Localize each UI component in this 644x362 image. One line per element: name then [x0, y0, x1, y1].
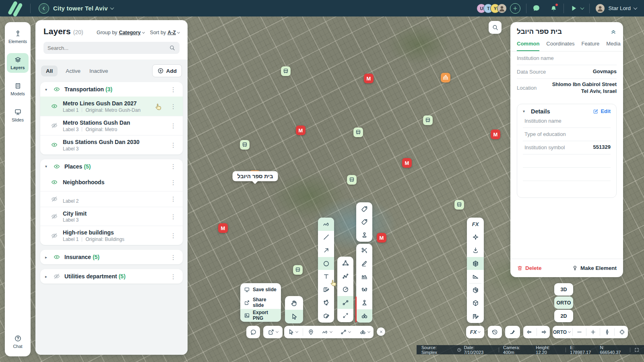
zoom-in-button[interactable] — [588, 326, 598, 338]
view-3d-button[interactable]: 3D — [554, 283, 573, 296]
kebab-menu-icon[interactable]: ⋮ — [169, 141, 178, 149]
step-forward-button[interactable] — [538, 326, 550, 338]
layer-group-header[interactable]: ▸ Insurance (5) ⋮ — [40, 250, 183, 264]
line-icon[interactable] — [318, 231, 334, 244]
kebab-menu-icon[interactable]: ⋮ — [169, 103, 178, 110]
hand-pan-tool[interactable] — [285, 296, 303, 310]
group-by-dropdown[interactable]: Group by Category — [97, 30, 144, 35]
select-tool-button[interactable] — [284, 326, 301, 338]
chevron-down-icon[interactable]: ▾ — [45, 164, 50, 169]
person-view-icon[interactable] — [356, 296, 372, 309]
metro-marker[interactable]: M — [377, 233, 386, 243]
avatar[interactable] — [497, 4, 507, 13]
make-element-button[interactable]: Make Element — [572, 265, 617, 271]
kebab-menu-icon[interactable]: ⋮ — [169, 253, 178, 261]
sort-by-dropdown[interactable]: Sort by A-Z — [150, 30, 180, 35]
scalpel-icon[interactable] — [356, 257, 372, 270]
visibility-eye-off-icon[interactable] — [51, 122, 58, 129]
layer-row[interactable]: Metro Lines Gush Dan 2027 Label 1Origina… — [40, 97, 183, 116]
bus-marker[interactable] — [454, 200, 464, 210]
location-pin-tool-button[interactable] — [305, 326, 317, 338]
camera-mode-dropdown[interactable]: ORTO — [553, 326, 571, 338]
map-search-button[interactable] — [489, 21, 502, 34]
history-button[interactable] — [488, 326, 502, 338]
locate-target-button[interactable] — [616, 326, 628, 338]
fullscreen-icon[interactable] — [634, 348, 639, 352]
arrow-up-right-icon[interactable] — [318, 244, 334, 257]
app-logo-icon[interactable] — [0, 0, 30, 23]
tab-feature[interactable]: Feature — [581, 41, 599, 51]
selected-feature-label[interactable]: בית ספר היובל — [233, 171, 278, 181]
sidebar-item-models[interactable]: Models — [7, 79, 29, 99]
kebab-menu-icon[interactable]: ⋮ — [169, 195, 178, 203]
kebab-menu-icon[interactable]: ⋮ — [169, 122, 178, 130]
tab-active[interactable]: Active — [65, 66, 81, 76]
sidebar-item-slides[interactable]: Slides — [7, 105, 29, 125]
layer-row[interactable]: City limit Label 3 ⋮ — [40, 207, 183, 226]
layer-group-header[interactable]: ▸ Utilities department (5) ⋮ — [40, 269, 183, 284]
step-back-button[interactable] — [523, 326, 535, 338]
cube-grid-icon[interactable] — [467, 257, 484, 270]
chat-help-button[interactable]: Chat — [7, 332, 29, 352]
scribble-icon[interactable] — [318, 218, 334, 231]
node-path-icon[interactable] — [337, 270, 353, 283]
layer-row[interactable]: Bus Stations Gush Dan 2030 Label 3 ⋮ — [40, 135, 183, 154]
bus-marker[interactable] — [281, 66, 291, 76]
project-title-dropdown[interactable]: City tower Tel Aviv — [53, 5, 114, 12]
share-slide-menu-item[interactable]: Share slide — [240, 296, 281, 309]
explore-tool-button[interactable] — [356, 326, 374, 338]
chevron-down-icon[interactable]: ▾ — [523, 109, 528, 113]
visibility-eye-icon[interactable] — [51, 179, 58, 186]
select-cursor-tool[interactable] — [285, 310, 303, 323]
kebab-menu-icon[interactable]: ⋮ — [169, 162, 178, 170]
chevron-right-icon[interactable]: ▸ — [45, 274, 50, 279]
cube-icon[interactable] — [467, 297, 484, 310]
measure-tool-button[interactable] — [337, 326, 354, 338]
circle-icon[interactable] — [318, 257, 334, 270]
tab-coordinates[interactable]: Coordinates — [546, 41, 574, 51]
sparkle-icon[interactable] — [467, 231, 484, 244]
circle-radius-icon[interactable] — [337, 283, 353, 296]
person-pin-icon[interactable] — [356, 228, 372, 242]
user-menu[interactable]: Star Lord — [595, 4, 637, 13]
tab-all[interactable]: All — [41, 66, 58, 76]
bus-marker[interactable] — [293, 265, 303, 275]
segment-dashed-icon[interactable] — [337, 296, 353, 309]
visibility-eye-icon[interactable] — [51, 103, 58, 110]
kebab-menu-icon[interactable]: ⋮ — [169, 213, 178, 220]
metro-marker[interactable]: M — [364, 74, 374, 83]
school-marker[interactable] — [441, 73, 450, 82]
visibility-eye-icon[interactable] — [53, 253, 60, 261]
chevron-down-icon[interactable]: ▾ — [45, 87, 50, 92]
sidebar-item-elements[interactable]: Elements — [7, 27, 29, 47]
tab-media[interactable]: Media — [606, 41, 620, 51]
kebab-menu-icon[interactable]: ⋮ — [169, 232, 178, 239]
notifications-bell-icon[interactable] — [549, 4, 558, 12]
segment-dotted-icon[interactable] — [337, 309, 353, 322]
layer-row[interactable]: Neighborhoods ⋮ — [40, 174, 183, 191]
export-png-menu-item[interactable]: Export PNG — [240, 309, 281, 322]
save-slide-menu-item[interactable]: Save slide — [240, 283, 281, 296]
binoculars-icon[interactable] — [356, 309, 372, 323]
slope-icon[interactable] — [467, 270, 484, 283]
layer-group-header[interactable]: ▾ Places (5) ⋮ — [40, 159, 183, 174]
fx-label-cell[interactable]: FX — [467, 218, 484, 231]
kebab-menu-icon[interactable]: ⋮ — [169, 179, 178, 186]
compass-button[interactable] — [602, 326, 613, 338]
add-collaborator-button[interactable] — [510, 3, 520, 14]
cube-hatch-icon[interactable] — [467, 284, 484, 297]
layer-row[interactable]: Label 2 ⋮ — [40, 191, 183, 207]
chat-icon[interactable] — [532, 4, 541, 12]
bus-marker[interactable] — [353, 128, 363, 137]
add-layer-button[interactable]: Add — [152, 64, 182, 77]
sidebar-item-layers[interactable]: Layers — [7, 53, 29, 73]
tab-inactive[interactable]: Inactive — [89, 66, 109, 76]
bird-view-button[interactable] — [505, 326, 520, 338]
building-edit-icon[interactable] — [467, 310, 484, 323]
scissors-cut-icon[interactable] — [356, 244, 372, 257]
tag-icon[interactable] — [356, 216, 372, 229]
visibility-eye-icon[interactable] — [51, 141, 58, 148]
share-tool-button[interactable] — [263, 326, 283, 338]
comment-tool-button[interactable] — [246, 326, 260, 338]
visibility-eye-off-icon[interactable] — [51, 213, 58, 220]
